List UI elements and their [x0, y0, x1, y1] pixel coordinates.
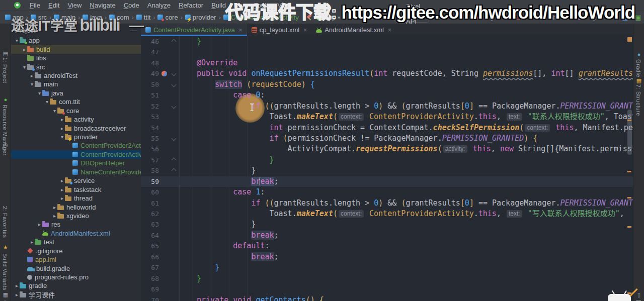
tree-item-gradle[interactable]: ▸gradle	[11, 281, 141, 290]
fold-expand-icon[interactable]	[172, 104, 177, 109]
tree-expanded-arrow-icon[interactable]: ▾	[22, 64, 27, 70]
tree-item-学习课件[interactable]: ▸学习课件	[11, 290, 141, 299]
tree-item-app[interactable]: ▾app	[11, 36, 141, 45]
code-line-49[interactable]: 49public void onRequestPermissionsResult…	[141, 68, 633, 79]
code-line-60[interactable]: 60 case 1:	[141, 187, 633, 197]
tree-item-androidTest[interactable]: ▸androidTest	[11, 71, 141, 80]
tree-item-test[interactable]: ▸test	[11, 238, 141, 246]
gradle-icon[interactable]: ●	[635, 51, 643, 57]
code-line-65[interactable]: 65 default:	[141, 241, 633, 251]
tree-item-libs[interactable]: libs	[11, 54, 141, 62]
fold-end-icon[interactable]	[172, 157, 177, 162]
tab-ContentProviderActivity.java[interactable]: ContentProviderActivity.java×	[141, 24, 247, 36]
fold-end-icon[interactable]	[172, 168, 177, 173]
tree-item-build.gradle[interactable]: build.gradle	[11, 264, 141, 272]
menu-edit[interactable]: Edit	[44, 0, 63, 11]
tree-collapsed-arrow-icon[interactable]: ▸	[59, 195, 65, 201]
device-file-explorer-icon[interactable]: ▯	[635, 291, 643, 298]
error-stripe-mark[interactable]	[627, 197, 631, 198]
tree-collapsed-arrow-icon[interactable]: ▸	[22, 47, 27, 52]
tree-expanded-arrow-icon[interactable]: ▾	[37, 90, 42, 96]
menu-navigate[interactable]: Navigate	[86, 0, 119, 11]
tree-item-res[interactable]: ▸res	[11, 220, 141, 229]
code-line-53[interactable]: 53 Toast.makeText(context: ContentProvid…	[141, 112, 633, 122]
messages-icon[interactable]: ●	[2, 96, 10, 103]
tree-item-ContentProvider2Act[interactable]: ContentProvider2Act	[11, 141, 141, 150]
menu-analyze[interactable]: Analyze	[143, 0, 175, 11]
tree-item-app.iml[interactable]: app.iml	[11, 255, 141, 264]
tree-item-java[interactable]: ▾java	[11, 89, 141, 97]
tree-expanded-arrow-icon[interactable]: ▾	[14, 38, 20, 43]
tab-close-icon[interactable]: ×	[303, 27, 307, 34]
code-line-68[interactable]: 68}	[141, 273, 633, 284]
tree-item-xgvideo[interactable]: ▸xgvideo	[11, 212, 141, 220]
tree-collapsed-arrow-icon[interactable]: ▸	[59, 126, 65, 131]
tree-item-main[interactable]: ▾main	[11, 80, 141, 88]
tab-cp_layout.xml[interactable]: cp_layout.xml×	[247, 24, 312, 36]
tool-label-structure[interactable]: 7: Structure	[635, 84, 641, 116]
menu-refactor[interactable]: Refactor	[175, 0, 207, 11]
code-line-63[interactable]: 63 }	[141, 219, 633, 230]
tree-collapsed-arrow-icon[interactable]: ▸	[29, 73, 35, 78]
tree-item-.gitignore[interactable]: .gitignore	[11, 299, 141, 301]
build-variants-icon[interactable]: ▦	[2, 291, 10, 298]
fold-expand-icon[interactable]	[172, 71, 177, 76]
code-line-54[interactable]: 54 int permissionCheck = ContextCompat.c…	[141, 123, 633, 133]
code-line-64[interactable]: 64 break;	[141, 230, 633, 241]
code-line-70[interactable]: 70private void getContacts() {	[141, 295, 633, 301]
tree-item-taskstack[interactable]: ▸taskstack	[11, 185, 141, 193]
error-stripe[interactable]	[626, 36, 633, 301]
favorites-star-icon[interactable]: ★	[2, 244, 10, 251]
tree-item-activity[interactable]: ▸activity	[11, 115, 141, 124]
tool-label-gradle[interactable]: Gradle	[635, 59, 641, 77]
code-line-51[interactable]: 51 case 0:	[141, 90, 633, 101]
structure-icon[interactable]: ▦	[635, 77, 643, 84]
menu-code[interactable]: Code	[120, 0, 143, 11]
tree-item-proguard-rules.pro[interactable]: proguard-rules.pro	[11, 273, 141, 281]
tree-item-.gitignore[interactable]: .gitignore	[11, 247, 141, 255]
tool-label-favorites[interactable]: 2: Favorites	[2, 206, 8, 238]
error-stripe-mark[interactable]	[627, 120, 631, 121]
code-line-55[interactable]: 55 if (permissionCheck != PackageManager…	[141, 133, 633, 144]
code-line-56[interactable]: 56 ActivityCompat.requestPermissions(act…	[141, 144, 633, 154]
tree-collapsed-arrow-icon[interactable]: ▸	[37, 222, 42, 227]
tree-collapsed-arrow-icon[interactable]: ▸	[59, 117, 65, 122]
tree-expanded-arrow-icon[interactable]: ▾	[44, 99, 50, 105]
tree-item-build[interactable]: ▸build	[11, 45, 141, 53]
scrollbar-thumb[interactable]	[627, 110, 632, 155]
code-line-62[interactable]: 62 Toast.makeText(context: ContentProvid…	[141, 209, 633, 219]
code-line-52[interactable]: 52 if ((grantResults.length > 0) && (gra…	[141, 101, 633, 112]
code-line-61[interactable]: 61 if ((grantResults.length > 0) && (gra…	[141, 198, 633, 209]
tree-item-helloworld[interactable]: ▸helloworld	[11, 203, 141, 211]
tree-collapsed-arrow-icon[interactable]: ▸	[14, 283, 20, 288]
tree-collapsed-arrow-icon[interactable]: ▸	[59, 178, 65, 183]
tree-collapsed-arrow-icon[interactable]: ▸	[14, 292, 20, 297]
code-line-57[interactable]: 57 }	[141, 155, 633, 165]
code-line-58[interactable]: 58 }	[141, 165, 633, 176]
tool-label-build-variants[interactable]: Build Variants	[2, 253, 8, 290]
tab-AndroidManifest.xml[interactable]: AndroidManifest.xml×	[311, 24, 396, 36]
project-tool-icon[interactable]: ▤	[2, 50, 10, 57]
breadcrumb-item-provider[interactable]: ⚡provider	[185, 14, 216, 21]
tab-close-icon[interactable]: ×	[388, 27, 391, 34]
tab-close-icon[interactable]: ×	[239, 27, 243, 34]
breadcrumb-item-core[interactable]: core	[157, 14, 178, 21]
code-line-47[interactable]: 47	[141, 47, 633, 57]
fold-end-icon[interactable]	[172, 39, 177, 44]
tree-item-provider[interactable]: ▾⚡provider	[11, 133, 141, 141]
code-line-48[interactable]: 48@Override	[141, 58, 633, 68]
tree-item-core[interactable]: ▾core	[11, 107, 141, 115]
tree-item-ContentProviderActiv[interactable]: ContentProviderActiv	[11, 150, 141, 159]
tree-collapsed-arrow-icon[interactable]: ▸	[29, 239, 35, 245]
tree-item-DBOpenHelper[interactable]: DBOpenHelper	[11, 159, 141, 167]
tree-item-thread[interactable]: ▸thread	[11, 194, 141, 203]
terminal-icon[interactable]: ▣	[634, 13, 642, 22]
error-stripe-mark[interactable]	[627, 171, 631, 172]
code-editor[interactable]: 46}4748@Override49public void onRequestP…	[141, 36, 633, 301]
tree-collapsed-arrow-icon[interactable]: ▸	[52, 213, 57, 219]
tool-label-project[interactable]: 1: Project	[2, 57, 8, 83]
tree-expanded-arrow-icon[interactable]: ▾	[52, 108, 57, 114]
tree-item-src[interactable]: ▾src	[11, 62, 141, 71]
tree-expanded-arrow-icon[interactable]: ▾	[59, 134, 65, 140]
fold-expand-icon[interactable]	[172, 136, 177, 141]
